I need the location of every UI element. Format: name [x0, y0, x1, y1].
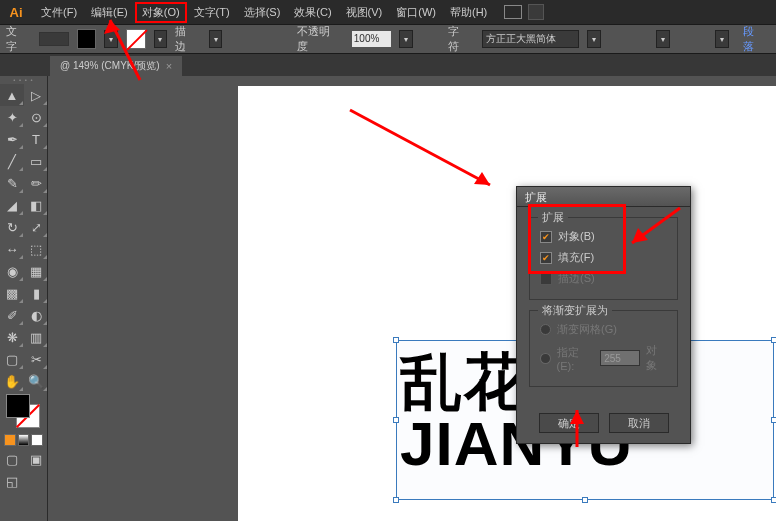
- menu-type[interactable]: 文字(T): [187, 2, 237, 23]
- expand-group: 扩展 ✔ 对象(B) ✔ 填充(F) 描边(S): [529, 217, 678, 300]
- change-screen-mode[interactable]: ◱: [0, 470, 24, 492]
- opt-text-label: 文字: [6, 24, 27, 54]
- radio-mesh-label: 渐变网格(G): [557, 322, 617, 337]
- tab-title: @ 149% (CMYK/预览): [60, 59, 160, 73]
- selection-tool[interactable]: ▲: [0, 84, 24, 106]
- perspective-tool[interactable]: ▦: [24, 260, 48, 282]
- scale-tool[interactable]: ⤢: [24, 216, 48, 238]
- checkbox-stroke-row: 描边(S): [540, 268, 667, 289]
- hand-tool[interactable]: ✋: [0, 370, 24, 392]
- radio-mesh: [540, 324, 551, 335]
- artboard-tool[interactable]: ▢: [0, 348, 24, 370]
- opacity-dropdown[interactable]: [399, 30, 413, 48]
- checkbox-object-row[interactable]: ✔ 对象(B): [540, 226, 667, 247]
- menu-select[interactable]: 选择(S): [237, 2, 288, 23]
- expand-dialog: 扩展 扩展 ✔ 对象(B) ✔ 填充(F) 描边(S) 将渐变扩展为 渐变网格(…: [516, 186, 691, 444]
- gradient-tool[interactable]: ▮: [24, 282, 48, 304]
- pencil-tool[interactable]: ✏: [24, 172, 48, 194]
- shape-builder-tool[interactable]: ◉: [0, 260, 24, 282]
- stroke-weight-dropdown[interactable]: [209, 30, 223, 48]
- opt-opacity-label: 不透明度: [297, 24, 340, 54]
- checkbox-object-label: 对象(B): [558, 229, 595, 244]
- opt-stroke-label: 描边: [175, 24, 196, 54]
- slice-tool[interactable]: ✂: [24, 348, 48, 370]
- width-tool[interactable]: ↔: [0, 238, 24, 260]
- radio-specify-label: 指定(E):: [557, 345, 595, 372]
- menu-edit[interactable]: 编辑(E): [84, 2, 135, 23]
- checkbox-stroke: [540, 273, 552, 285]
- lasso-tool[interactable]: ⊙: [24, 106, 48, 128]
- type-tool[interactable]: T: [24, 128, 48, 150]
- pen-tool[interactable]: ✒: [0, 128, 24, 150]
- document-tab[interactable]: @ 149% (CMYK/预览) ×: [50, 56, 182, 76]
- stroke-dropdown[interactable]: [154, 30, 168, 48]
- blob-brush-tool[interactable]: ◢: [0, 194, 24, 216]
- magic-wand-tool[interactable]: ✦: [0, 106, 24, 128]
- ok-button[interactable]: 确定: [539, 413, 599, 433]
- checkbox-object[interactable]: ✔: [540, 231, 552, 243]
- menu-extras: [504, 4, 544, 20]
- fill-dropdown[interactable]: [104, 30, 118, 48]
- radio-specify: [540, 353, 551, 364]
- color-mode-icon[interactable]: [4, 434, 16, 446]
- line-tool[interactable]: ╱: [0, 150, 24, 172]
- tab-close-icon[interactable]: ×: [166, 60, 172, 72]
- paintbrush-tool[interactable]: ✎: [0, 172, 24, 194]
- gradient-mode-icon[interactable]: [18, 434, 30, 446]
- fill-color[interactable]: [77, 29, 97, 49]
- zoom-tool[interactable]: 🔍: [24, 370, 48, 392]
- menu-file[interactable]: 文件(F): [34, 2, 84, 23]
- menu-window[interactable]: 窗口(W): [389, 2, 443, 23]
- checkbox-fill-label: 填充(F): [558, 250, 594, 265]
- direct-selection-tool[interactable]: ▷: [24, 84, 48, 106]
- specify-unit-label: 对象: [646, 343, 667, 373]
- blend-tool[interactable]: ◐: [24, 304, 48, 326]
- gradient-group-title: 将渐变扩展为: [538, 303, 612, 318]
- opt-text-dropdown[interactable]: [39, 32, 68, 46]
- symbol-sprayer-tool[interactable]: ❋: [0, 326, 24, 348]
- dialog-title[interactable]: 扩展: [517, 187, 690, 207]
- specify-input: [600, 350, 640, 366]
- opacity-value[interactable]: 100%: [352, 31, 391, 47]
- arrange-icon[interactable]: [528, 4, 544, 20]
- eraser-tool[interactable]: ◧: [24, 194, 48, 216]
- font-dropdown[interactable]: [587, 30, 601, 48]
- cancel-button[interactable]: 取消: [609, 413, 669, 433]
- fill-swatch[interactable]: [6, 394, 30, 418]
- none-mode-icon[interactable]: [31, 434, 43, 446]
- menu-help[interactable]: 帮助(H): [443, 2, 494, 23]
- toolbox: ▲ ▷ ✦ ⊙ ✒ T ╱ ▭ ✎ ✏ ◢ ◧ ↻ ⤢ ↔ ⬚ ◉ ▦ ▩ ▮ …: [0, 76, 48, 521]
- menu-effect[interactable]: 效果(C): [287, 2, 338, 23]
- opt-char-label: 字符: [448, 24, 469, 54]
- workspace-icon[interactable]: [504, 5, 522, 19]
- app-logo: Ai: [4, 3, 28, 21]
- toolbox-grip[interactable]: [0, 76, 47, 84]
- checkbox-fill-row[interactable]: ✔ 填充(F): [540, 247, 667, 268]
- font-style-dropdown[interactable]: [656, 30, 670, 48]
- gradient-group: 将渐变扩展为 渐变网格(G) 指定(E): 对象: [529, 310, 678, 387]
- rectangle-tool[interactable]: ▭: [24, 150, 48, 172]
- mesh-tool[interactable]: ▩: [0, 282, 24, 304]
- free-transform-tool[interactable]: ⬚: [24, 238, 48, 260]
- screen-mode-full[interactable]: ▣: [24, 448, 48, 470]
- color-swatches: [0, 392, 47, 432]
- column-graph-tool[interactable]: ▥: [24, 326, 48, 348]
- checkbox-stroke-label: 描边(S): [558, 271, 595, 286]
- options-bar: 文字 描边 不透明度 100% 字符 方正正大黑简体 段落: [0, 24, 776, 54]
- menubar: Ai 文件(F) 编辑(E) 对象(O) 文字(T) 选择(S) 效果(C) 视…: [0, 0, 776, 24]
- checkbox-fill[interactable]: ✔: [540, 252, 552, 264]
- rotate-tool[interactable]: ↻: [0, 216, 24, 238]
- menu-view[interactable]: 视图(V): [339, 2, 390, 23]
- eyedropper-tool[interactable]: ✐: [0, 304, 24, 326]
- tab-bar: @ 149% (CMYK/预览) ×: [0, 54, 776, 76]
- expand-group-title: 扩展: [538, 210, 568, 225]
- paragraph-link[interactable]: 段落: [737, 24, 770, 54]
- stroke-color[interactable]: [126, 29, 146, 49]
- font-size-dropdown[interactable]: [715, 30, 729, 48]
- radio-mesh-row: 渐变网格(G): [540, 319, 667, 340]
- menu-object[interactable]: 对象(O): [135, 2, 187, 23]
- font-select[interactable]: 方正正大黑简体: [482, 30, 580, 48]
- screen-mode-normal[interactable]: ▢: [0, 448, 24, 470]
- radio-specify-row: 指定(E): 对象: [540, 340, 667, 376]
